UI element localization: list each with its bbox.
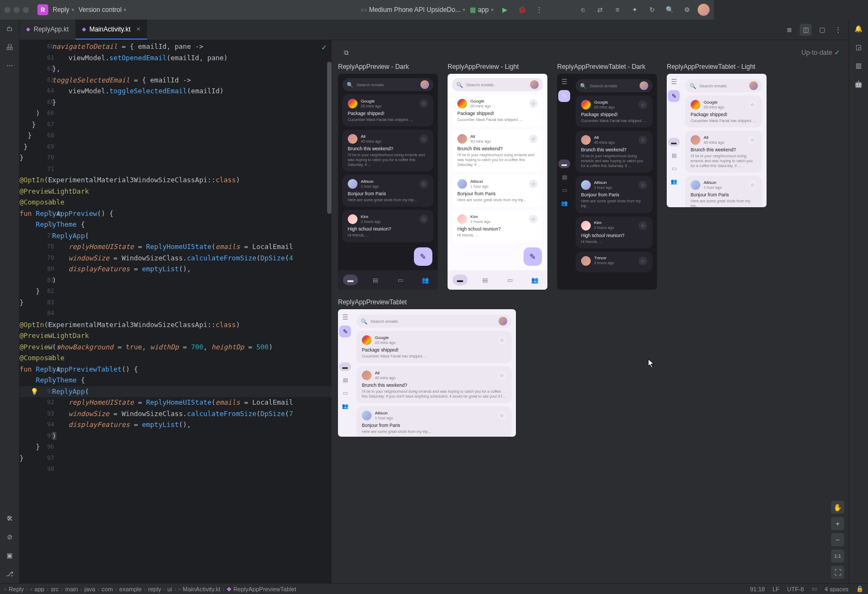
preview-device-1[interactable]: 🔍Search emails Google20 mins ago ☆ Packa… xyxy=(338,74,438,290)
star-icon: ☆ xyxy=(529,215,538,223)
email-card: Google20 mins ago ☆ Package shipped! Cuc… xyxy=(452,94,543,126)
close-dot[interactable] xyxy=(4,7,10,13)
nav-chat-icon: ▭ xyxy=(558,186,570,194)
compose-fab: ✎ xyxy=(668,90,680,102)
tab-replyapp[interactable]: ◆ReplyApp.kt xyxy=(20,20,75,40)
email-time: 40 mins ago xyxy=(470,139,491,144)
email-card: Google20 mins ago ☆ Package shipped! Cuc… xyxy=(685,95,714,127)
preview-device-3[interactable]: ☰ ✎ ▬ ▤ ▭ 👥 🔍Search emails Google20 mins… xyxy=(557,74,657,290)
preview-device-4[interactable]: ☰ ✎ ▬ ▤ ▭ 👥 🔍Search emails Google20 mins… xyxy=(667,74,714,207)
star-icon: ☆ xyxy=(639,181,647,189)
more-tool-icon[interactable]: ⋯ xyxy=(4,60,16,72)
email-subject: Bonjour from Paris xyxy=(691,192,714,197)
tab-mainactivity[interactable]: ◆MainActivity.kt✕ xyxy=(75,20,147,40)
email-card: Kim2 hours ago ☆ High school reunion? Hi… xyxy=(452,210,543,242)
sender-name: Allison xyxy=(361,180,379,184)
min-dot[interactable] xyxy=(14,7,20,13)
sender-name: Ali xyxy=(704,136,714,140)
run-button[interactable]: ▶ xyxy=(498,3,511,16)
sender-name: Google xyxy=(375,336,395,341)
search-icon: 🔍 xyxy=(580,83,586,89)
email-time: 40 mins ago xyxy=(361,139,381,144)
nav-groups-icon: 👥 xyxy=(339,401,351,410)
nav-articles-icon: ▤ xyxy=(477,274,493,285)
email-body: I'll be in your neighborhood doing erran… xyxy=(691,154,714,168)
star-icon: ☆ xyxy=(639,257,647,265)
more-actions[interactable]: ⋮ xyxy=(533,3,546,16)
star-icon: ☆ xyxy=(639,100,647,109)
email-time: 40 mins ago xyxy=(704,140,714,145)
sender-name: Kim xyxy=(470,215,490,220)
nav-articles-icon: ▤ xyxy=(368,274,383,285)
email-subject: High school reunion? xyxy=(581,233,647,238)
email-body: Cucumber Mask Facial has shipped. ... xyxy=(691,118,714,123)
code-editor[interactable]: ✓ 60 navigateToDetail = { emailId, pane … xyxy=(20,40,331,489)
structure-icon[interactable]: ≡ xyxy=(611,3,624,16)
star-icon: ☆ xyxy=(497,371,506,380)
star-icon: ☆ xyxy=(639,136,647,144)
project-badge[interactable]: R xyxy=(37,4,48,15)
email-time: 20 mins ago xyxy=(594,105,615,110)
preview-popup-icon[interactable]: ⧉ xyxy=(340,47,352,59)
close-tab-icon[interactable]: ✕ xyxy=(136,26,141,32)
update-icon[interactable]: ↻ xyxy=(646,3,659,16)
preview-title-5: ReplyAppPreviewTablet xyxy=(338,298,516,306)
email-subject: Brunch this weekend? xyxy=(348,146,428,151)
sender-avatar xyxy=(581,256,591,266)
nav-groups-icon: 👥 xyxy=(527,274,542,285)
email-time: 2 hours ago xyxy=(361,220,381,224)
nav-inbox-icon: ▬ xyxy=(452,274,468,285)
window-controls[interactable] xyxy=(4,7,29,13)
device-selector[interactable]: ▭Medium Phone API UpsideDo...▾ xyxy=(361,6,465,14)
email-body: Here are some great shots from my trip..… xyxy=(362,429,506,434)
editor-scrollbar[interactable] xyxy=(327,62,331,214)
email-body: Here are some great shots from my trip..… xyxy=(581,199,647,208)
search-bar: 🔍Search emails xyxy=(356,315,512,328)
menu-icon: ☰ xyxy=(561,78,567,86)
email-card: Ali40 mins ago ☆ Brunch this weekend? I'… xyxy=(576,131,653,173)
email-time: 20 mins ago xyxy=(470,104,491,108)
sender-name: Allison xyxy=(470,180,488,184)
avatar xyxy=(530,80,539,89)
email-card: Google20 mins ago ☆ Package shipped! Cuc… xyxy=(356,331,512,363)
user-avatar[interactable] xyxy=(698,4,710,16)
email-subject: High school reunion? xyxy=(457,226,538,232)
search-replace-icon[interactable]: ⇄ xyxy=(593,3,607,16)
sender-avatar xyxy=(581,135,591,145)
nav-articles-icon: ▤ xyxy=(668,151,680,159)
email-subject: High school reunion? xyxy=(348,226,428,232)
star-icon: ☆ xyxy=(419,135,428,143)
preview-title-3: ReplyAppPreviewTablet - Dark xyxy=(557,63,657,71)
structure-tool-icon[interactable]: 品 xyxy=(4,41,16,53)
run-config[interactable]: ▦app▾ xyxy=(470,6,494,14)
email-card: Google20 mins ago ☆ Package shipped! Cuc… xyxy=(342,94,433,126)
nav-articles-icon: ▤ xyxy=(558,173,570,181)
settings-icon[interactable]: ⚙ xyxy=(680,3,693,16)
star-icon: ☆ xyxy=(419,99,428,108)
sender-avatar xyxy=(581,221,591,231)
search-icon: 🔍 xyxy=(361,318,367,324)
inspection-ok-icon[interactable]: ✓ xyxy=(321,43,327,52)
sender-name: Allison xyxy=(375,411,393,416)
left-tool-strip: 🗀 品 ⋯ 🛠 ⊘ ▣ ⎇ xyxy=(0,20,20,489)
vcs-dropdown[interactable]: Version control▾ xyxy=(79,6,126,14)
preview-device-2[interactable]: 🔍Search emails Google20 mins ago ☆ Packa… xyxy=(448,74,547,290)
extension-icon[interactable]: ✦ xyxy=(628,3,641,16)
email-body: Cucumber Mask Facial has shipped. ... xyxy=(581,118,647,123)
sender-avatar xyxy=(348,179,358,189)
code-with-me-icon[interactable]: ⎋ xyxy=(576,3,589,16)
preview-device-5[interactable]: ☰ ✎ ▬ ▤ ▭ 👥 🔍Search emails Google20 mins… xyxy=(338,309,516,437)
email-card: Allison1 hour ago ☆ Bonjour from Paris H… xyxy=(356,406,512,437)
email-card: Allison1 hour ago ☆ Bonjour from Paris H… xyxy=(452,175,543,207)
project-dropdown[interactable]: Reply▾ xyxy=(53,6,74,14)
email-card: Ali40 mins ago ☆ Brunch this weekend? I'… xyxy=(356,366,512,403)
email-body: I'll be in your neighborhood doing erran… xyxy=(581,154,647,168)
email-body: Here are some great shots from my trip..… xyxy=(348,197,428,202)
project-tool-icon[interactable]: 🗀 xyxy=(4,23,16,35)
sender-avatar xyxy=(457,99,467,108)
max-dot[interactable] xyxy=(23,7,29,13)
email-subject: Package shipped! xyxy=(362,347,506,353)
search-icon[interactable]: 🔍 xyxy=(663,3,676,16)
sender-name: Google xyxy=(594,100,615,105)
debug-button[interactable]: 🐞 xyxy=(515,3,528,16)
